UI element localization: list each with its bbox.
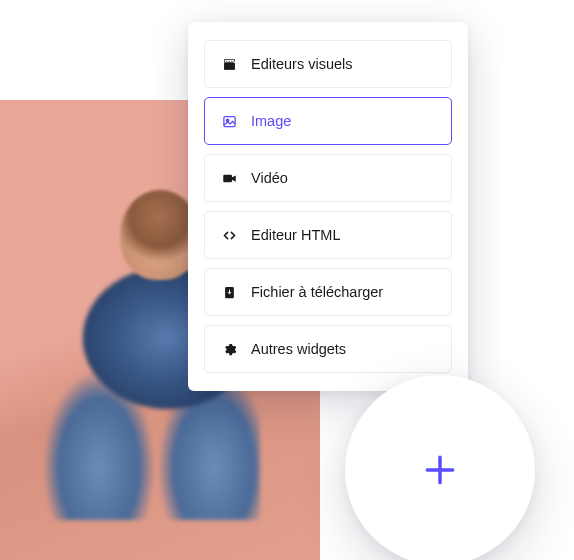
gear-icon bbox=[221, 341, 237, 357]
menu-option-image[interactable]: Image bbox=[204, 97, 452, 145]
menu-option-autres-widgets[interactable]: Autres widgets bbox=[204, 325, 452, 373]
svg-rect-0 bbox=[224, 62, 235, 69]
menu-option-label: Image bbox=[251, 113, 291, 129]
clapperboard-icon bbox=[221, 56, 237, 72]
video-icon bbox=[221, 170, 237, 186]
menu-option-label: Vidéo bbox=[251, 170, 288, 186]
menu-option-label: Fichier à télécharger bbox=[251, 284, 383, 300]
menu-option-video[interactable]: Vidéo bbox=[204, 154, 452, 202]
svg-rect-3 bbox=[223, 174, 232, 182]
add-button[interactable] bbox=[345, 375, 535, 560]
code-icon bbox=[221, 227, 237, 243]
menu-option-label: Editeur HTML bbox=[251, 227, 340, 243]
file-download-icon bbox=[221, 284, 237, 300]
insert-menu-panel: Editeurs visuels Image Vidéo Editeur HTM… bbox=[188, 22, 468, 391]
menu-option-editeurs-visuels[interactable]: Editeurs visuels bbox=[204, 40, 452, 88]
svg-point-2 bbox=[226, 119, 229, 122]
image-icon bbox=[221, 113, 237, 129]
menu-option-editeur-html[interactable]: Editeur HTML bbox=[204, 211, 452, 259]
menu-option-label: Autres widgets bbox=[251, 341, 346, 357]
menu-option-fichier-telecharger[interactable]: Fichier à télécharger bbox=[204, 268, 452, 316]
plus-icon bbox=[421, 451, 459, 489]
menu-option-label: Editeurs visuels bbox=[251, 56, 353, 72]
